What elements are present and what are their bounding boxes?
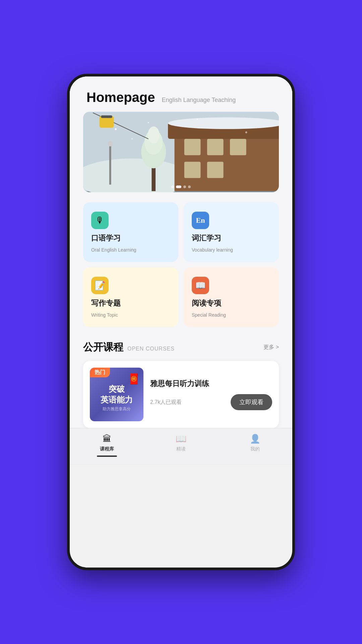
card-reading-subtitle: Special Reading <box>192 312 271 318</box>
svg-rect-9 <box>207 162 224 178</box>
card-reading-title: 阅读专项 <box>192 298 271 308</box>
phone-frame: Homepage English Language Teaching <box>67 74 295 570</box>
vocab-icon: En <box>192 212 209 229</box>
section-title-cn: 公开课程 <box>83 340 123 354</box>
nav-label-courses: 课程库 <box>100 446 114 452</box>
course-card[interactable]: 热门 🧧 突破英语能力 助力雅思拿高分 雅思每日听力训练 2.7k人已观看 立即… <box>83 361 279 428</box>
course-footer: 2.7k人已观看 立即观看 <box>150 394 272 410</box>
reading-nav-icon: 📖 <box>176 434 186 444</box>
svg-point-23 <box>131 138 133 140</box>
card-oral-subtitle: Oral English Learning <box>91 247 170 253</box>
watch-button[interactable]: 立即观看 <box>231 394 272 410</box>
nav-label-reading: 精读 <box>176 446 186 452</box>
banner-dots <box>171 185 191 188</box>
svg-point-21 <box>197 119 198 120</box>
course-thumb-text: 突破英语能力 <box>98 384 135 405</box>
hot-badge: 热门 <box>90 368 110 377</box>
reading-icon: 📖 <box>192 277 209 294</box>
svg-point-22 <box>245 131 247 133</box>
nav-label-mine: 我的 <box>250 446 260 452</box>
card-writing-title: 写作专题 <box>91 298 170 308</box>
nav-item-reading[interactable]: 📖 精读 <box>144 434 218 457</box>
card-vocab-title: 词汇学习 <box>192 233 271 243</box>
svg-point-20 <box>148 122 149 123</box>
banner-image <box>83 112 279 192</box>
svg-rect-17 <box>109 146 111 185</box>
course-thumb-icon: 🧧 <box>128 373 140 385</box>
card-reading[interactable]: 📖 阅读专项 Special Reading <box>184 267 279 327</box>
screen: Homepage English Language Teaching <box>70 76 292 465</box>
svg-point-18 <box>108 141 113 147</box>
course-thumb-subtitle: 助力雅思拿高分 <box>103 406 131 412</box>
section-more-button[interactable]: 更多 > <box>263 344 279 351</box>
nav-item-courses[interactable]: 🏛 课程库 <box>70 434 144 457</box>
svg-rect-16 <box>101 115 112 118</box>
card-oral[interactable]: 🎙 口语学习 Oral English Learning <box>83 202 178 262</box>
page-title: Homepage <box>86 90 155 105</box>
section-header: 公开课程 OPEN COURSES 更多 > <box>83 340 279 354</box>
writing-icon: 📝 <box>91 277 109 294</box>
course-info: 雅思每日听力训练 2.7k人已观看 立即观看 <box>150 379 272 410</box>
banner-svg <box>83 112 279 192</box>
bottom-nav: 🏛 课程库 📖 精读 👤 我的 <box>70 428 292 465</box>
course-viewers: 2.7k人已观看 <box>150 399 182 406</box>
mine-nav-icon: 👤 <box>250 434 260 444</box>
card-writing[interactable]: 📝 写作专题 Writing Topic <box>83 267 178 327</box>
course-thumbnail: 热门 🧧 突破英语能力 助力雅思拿高分 <box>90 368 143 421</box>
card-oral-title: 口语学习 <box>91 233 170 243</box>
header: Homepage English Language Teaching <box>70 76 292 112</box>
nav-active-indicator <box>97 455 117 457</box>
svg-rect-6 <box>207 139 224 155</box>
cards-grid: 🎙 口语学习 Oral English Learning En 词汇学习 Voc… <box>83 202 279 327</box>
svg-rect-5 <box>184 139 201 155</box>
banner-dot-1 <box>171 185 174 188</box>
banner-dot-2 <box>176 185 181 188</box>
section-title-group: 公开课程 OPEN COURSES <box>83 340 175 354</box>
oral-icon: 🎙 <box>91 212 109 229</box>
card-vocab[interactable]: En 词汇学习 Vocabulary learning <box>184 202 279 262</box>
svg-point-19 <box>115 128 117 130</box>
svg-rect-8 <box>184 162 201 178</box>
banner[interactable] <box>83 112 279 192</box>
open-courses-section: 公开课程 OPEN COURSES 更多 > 热门 🧧 突破英语能力 助力雅思拿… <box>70 340 292 428</box>
svg-rect-7 <box>230 139 246 155</box>
section-title-en: OPEN COURSES <box>127 346 175 352</box>
courses-nav-icon: 🏛 <box>103 434 111 444</box>
course-name: 雅思每日听力训练 <box>150 379 272 389</box>
card-vocab-subtitle: Vocabulary learning <box>192 247 271 253</box>
banner-dot-4 <box>188 185 191 188</box>
nav-item-mine[interactable]: 👤 我的 <box>218 434 292 457</box>
card-writing-subtitle: Writing Topic <box>91 312 170 318</box>
page-subtitle: English Language Teaching <box>162 97 236 104</box>
svg-point-13 <box>148 126 160 144</box>
banner-dot-3 <box>183 185 186 188</box>
